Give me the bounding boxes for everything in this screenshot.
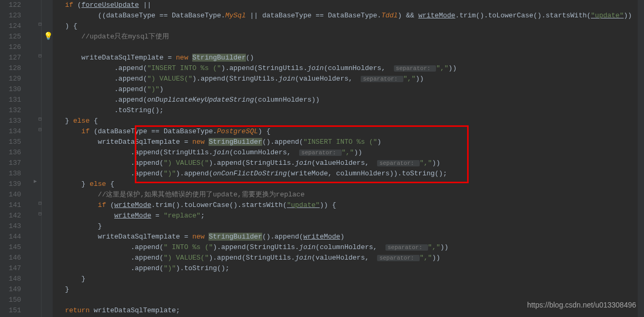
line-number: 125 <box>0 32 21 42</box>
line-number: 145 <box>0 242 21 253</box>
fold-icon[interactable]: ⊟ <box>38 126 42 133</box>
fold-icon[interactable]: ⊟ <box>38 200 42 206</box>
line-number: 122 <box>0 0 21 11</box>
code-line[interactable]: writeMode = "replace"; <box>53 211 644 221</box>
line-number: 132 <box>0 105 21 116</box>
code-line[interactable]: writeDataSqlTemplate = new StringBuilder… <box>53 232 644 242</box>
line-number: 143 <box>0 221 21 232</box>
scrollbar[interactable] <box>638 0 644 317</box>
line-number: 124 <box>0 21 21 32</box>
fold-icon[interactable]: ⊟ <box>38 116 42 122</box>
line-number: 134 <box>0 126 21 137</box>
code-line[interactable]: if (forceUseUpdate || <box>53 0 644 11</box>
code-line[interactable]: .append(") VALUES(").append(StringUtils.… <box>53 74 644 84</box>
code-line[interactable]: if (writeMode.trim().toLowerCase().start… <box>53 200 644 211</box>
code-line[interactable]: writeDataSqlTemplate = new StringBuilder… <box>53 137 644 147</box>
code-line[interactable]: .append(")") <box>53 84 644 95</box>
line-number: 151 <box>0 305 21 316</box>
line-number: 130 <box>0 84 21 95</box>
line-number: 136 <box>0 147 21 158</box>
fold-icon[interactable]: ⊟ <box>38 211 42 217</box>
breakpoint-gutter-icon[interactable]: ▶ <box>34 178 37 184</box>
code-line[interactable]: } else { <box>53 116 644 126</box>
line-number: 131 <box>0 95 21 105</box>
line-number: 147 <box>0 263 21 274</box>
line-number: 149 <box>0 284 21 295</box>
line-number: 148 <box>0 274 21 284</box>
code-line[interactable]: .append(") VALUES(").append(StringUtils.… <box>53 158 644 169</box>
line-number: 126 <box>0 42 21 53</box>
code-line[interactable]: //update只在mysql下使用 <box>53 32 644 42</box>
code-line[interactable]: ) { <box>53 21 644 32</box>
code-line[interactable]: if (dataBaseType == DataBaseType.Postgre… <box>53 126 644 137</box>
code-line[interactable]: .append(onDuplicateKeyUpdateString(colum… <box>53 95 644 105</box>
watermark-text: https://blog.csdn.net/u013308496 <box>527 301 636 309</box>
fold-icon[interactable]: ⊟ <box>38 53 42 59</box>
code-line[interactable]: .append("INSERT INTO %s (").append(Strin… <box>53 63 644 74</box>
code-line[interactable]: } <box>53 284 644 295</box>
code-line[interactable]: .append(StringUtils.join(columnHolders, … <box>53 147 644 158</box>
code-area[interactable]: if (forceUseUpdate || ((dataBaseType == … <box>53 0 644 317</box>
line-number: 141 <box>0 200 21 211</box>
line-number: 129 <box>0 74 21 84</box>
code-line[interactable]: .toString(); <box>53 105 644 116</box>
line-number: 138 <box>0 169 21 179</box>
code-line[interactable]: } <box>53 221 644 232</box>
line-number: 135 <box>0 137 21 147</box>
intention-bulb-icon[interactable]: 💡 <box>44 32 53 41</box>
code-line[interactable]: .append(")").toString(); <box>53 263 644 274</box>
code-line[interactable]: } else { <box>53 179 644 190</box>
line-number: 139 <box>0 179 21 190</box>
line-number: 123 <box>0 11 21 21</box>
line-number: 142 <box>0 211 21 221</box>
code-line[interactable]: //这里是保护,如果其他错误的使用了update,需要更换为replace <box>53 190 644 200</box>
code-line[interactable]: .append(" INTO %s (").append(StringUtils… <box>53 242 644 253</box>
code-line[interactable] <box>53 42 644 53</box>
code-line[interactable]: ((dataBaseType == DataBaseType.MySql || … <box>53 11 644 21</box>
line-number: 144 <box>0 232 21 242</box>
line-number: 133 <box>0 116 21 126</box>
fold-icon[interactable]: ⊟ <box>38 21 42 27</box>
line-number-gutter: 122 123 124 125 126 127 128 129 130 131 … <box>0 0 26 317</box>
line-number: 140 <box>0 190 21 200</box>
line-number: 127 <box>0 53 21 63</box>
code-line[interactable]: .append(") VALUES(").append(StringUtils.… <box>53 253 644 263</box>
gutter-icons: ⊟ ⊟ ⊟ ⊟ ⊟ ⊟ ▶ <box>26 0 53 317</box>
code-editor[interactable]: 122 123 124 125 126 127 128 129 130 131 … <box>0 0 644 317</box>
line-number: 150 <box>0 295 21 305</box>
code-line[interactable]: writeDataSqlTemplate = new StringBuilder… <box>53 53 644 63</box>
code-line[interactable]: .append(")").append(onConFlictDoString(w… <box>53 169 644 179</box>
line-number: 146 <box>0 253 21 263</box>
line-number: 137 <box>0 158 21 169</box>
line-number: 128 <box>0 63 21 74</box>
code-line[interactable]: } <box>53 274 644 284</box>
